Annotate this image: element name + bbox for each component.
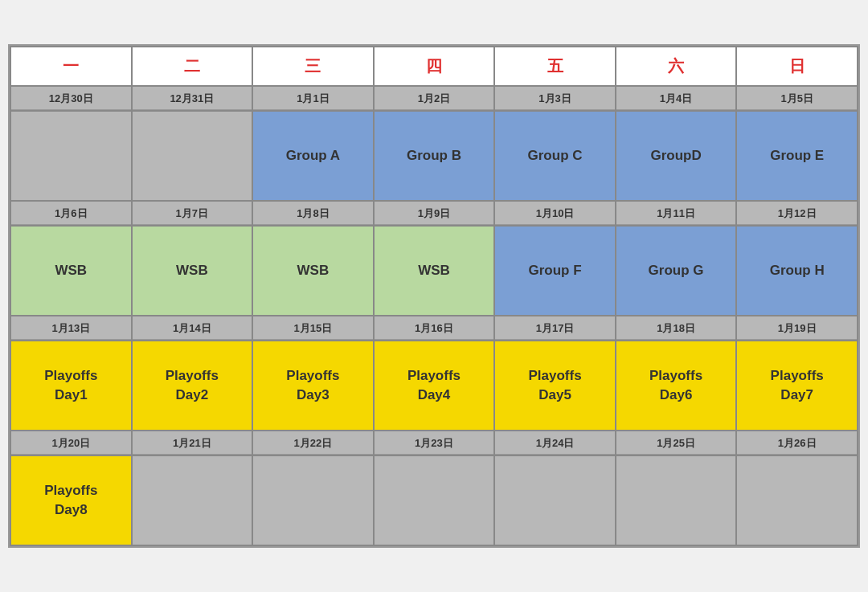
content-cell-r2-c4: PlayoffsDay5 bbox=[494, 341, 616, 431]
content-cell-r3-c0: PlayoffsDay8 bbox=[10, 455, 132, 545]
date-label-r0-c5: 1月4日 bbox=[616, 87, 736, 110]
date-label-r0-c0: 12月30日 bbox=[11, 87, 131, 110]
cell-content-r3-c0: PlayoffsDay8 bbox=[11, 456, 131, 545]
content-cell-r3-c4 bbox=[494, 455, 616, 545]
date-cell-r2-c0: 1月13日 bbox=[10, 316, 132, 341]
cell-content-r1-c1: WSB bbox=[133, 227, 252, 315]
date-cell-r1-c1: 1月7日 bbox=[132, 201, 253, 226]
cell-content-r3-c2 bbox=[253, 456, 373, 545]
date-label-r2-c1: 1月14日 bbox=[133, 316, 252, 340]
content-cell-r0-c3: Group B bbox=[374, 111, 495, 201]
cell-content-r2-c2: PlayoffsDay3 bbox=[253, 341, 373, 430]
cell-content-r2-c1: PlayoffsDay2 bbox=[133, 341, 252, 430]
date-label-r1-c6: 1月12日 bbox=[737, 202, 857, 225]
cell-content-r1-c5: Group G bbox=[616, 227, 736, 315]
date-cell-r2-c2: 1月15日 bbox=[252, 316, 374, 341]
date-label-r2-c6: 1月19日 bbox=[737, 316, 857, 340]
cell-content-r0-c2: Group A bbox=[253, 112, 373, 200]
cell-content-r3-c1 bbox=[133, 456, 252, 545]
content-cell-r2-c5: PlayoffsDay6 bbox=[616, 341, 737, 431]
cell-content-r3-c6 bbox=[737, 456, 857, 545]
date-cell-r3-c4: 1月24日 bbox=[494, 431, 616, 455]
date-label-r3-c6: 1月26日 bbox=[737, 431, 857, 455]
date-label-r2-c2: 1月15日 bbox=[253, 316, 373, 340]
date-label-r0-c3: 1月2日 bbox=[375, 87, 494, 110]
date-label-r3-c3: 1月23日 bbox=[375, 431, 494, 455]
date-label-r3-c1: 1月21日 bbox=[133, 431, 252, 455]
cell-content-r0-c5: GroupD bbox=[616, 112, 736, 200]
content-cell-r0-c0 bbox=[10, 111, 132, 201]
cell-content-r0-c4: Group C bbox=[495, 112, 615, 200]
date-label-r2-c3: 1月16日 bbox=[375, 316, 494, 340]
date-cell-r0-c5: 1月4日 bbox=[616, 86, 737, 111]
header-day-0: 一 bbox=[10, 47, 132, 86]
date-label-r3-c2: 1月22日 bbox=[253, 431, 373, 455]
date-label-r2-c4: 1月17日 bbox=[495, 316, 615, 340]
cell-content-r1-c0: WSB bbox=[11, 227, 131, 315]
date-label-r3-c5: 1月25日 bbox=[616, 431, 736, 455]
date-cell-r1-c2: 1月8日 bbox=[252, 201, 374, 226]
cell-content-r0-c1 bbox=[133, 112, 252, 200]
date-cell-r2-c3: 1月16日 bbox=[374, 316, 495, 341]
content-cell-r1-c2: WSB bbox=[252, 226, 374, 316]
content-cell-r2-c6: PlayoffsDay7 bbox=[736, 341, 858, 431]
header-day-2: 三 bbox=[252, 47, 374, 86]
date-label-r3-c4: 1月24日 bbox=[495, 431, 615, 455]
content-cell-r1-c1: WSB bbox=[132, 226, 253, 316]
cell-content-r1-c4: Group F bbox=[495, 227, 615, 315]
date-cell-r2-c4: 1月17日 bbox=[494, 316, 616, 341]
content-cell-r0-c2: Group A bbox=[252, 111, 374, 201]
date-cell-r3-c6: 1月26日 bbox=[736, 431, 858, 455]
date-label-r0-c2: 1月1日 bbox=[253, 87, 373, 110]
date-cell-r1-c3: 1月9日 bbox=[374, 201, 495, 226]
date-cell-r0-c1: 12月31日 bbox=[132, 86, 253, 111]
content-cell-r2-c1: PlayoffsDay2 bbox=[132, 341, 253, 431]
date-cell-r0-c3: 1月2日 bbox=[374, 86, 495, 111]
date-label-r0-c6: 1月5日 bbox=[737, 87, 857, 110]
date-cell-r0-c2: 1月1日 bbox=[252, 86, 374, 111]
date-cell-r0-c0: 12月30日 bbox=[10, 86, 132, 111]
header-day-3: 四 bbox=[374, 47, 495, 86]
cell-content-r3-c4 bbox=[495, 456, 615, 545]
content-cell-r3-c5 bbox=[616, 455, 737, 545]
date-label-r1-c2: 1月8日 bbox=[253, 202, 373, 225]
date-cell-r1-c5: 1月11日 bbox=[616, 201, 737, 226]
date-label-r1-c5: 1月11日 bbox=[616, 202, 736, 225]
cell-content-r2-c3: PlayoffsDay4 bbox=[375, 341, 494, 430]
date-cell-r2-c6: 1月19日 bbox=[736, 316, 858, 341]
date-cell-r0-c6: 1月5日 bbox=[736, 86, 858, 111]
header-day-1: 二 bbox=[132, 47, 253, 86]
cell-content-r1-c3: WSB bbox=[375, 227, 494, 315]
content-cell-r2-c0: PlayoffsDay1 bbox=[10, 341, 132, 431]
cell-content-r1-c2: WSB bbox=[253, 227, 373, 315]
cell-content-r3-c3 bbox=[375, 456, 494, 545]
date-cell-r3-c0: 1月20日 bbox=[10, 431, 132, 455]
date-label-r2-c5: 1月18日 bbox=[616, 316, 736, 340]
content-cell-r0-c6: Group E bbox=[736, 111, 858, 201]
date-cell-r3-c5: 1月25日 bbox=[616, 431, 737, 455]
date-cell-r2-c1: 1月14日 bbox=[132, 316, 253, 341]
cell-content-r2-c5: PlayoffsDay6 bbox=[616, 341, 736, 430]
header-day-4: 五 bbox=[494, 47, 616, 86]
content-cell-r0-c1 bbox=[132, 111, 253, 201]
date-label-r1-c4: 1月10日 bbox=[495, 202, 615, 225]
content-cell-r0-c4: Group C bbox=[494, 111, 616, 201]
header-day-5: 六 bbox=[616, 47, 737, 86]
date-label-r1-c1: 1月7日 bbox=[133, 202, 252, 225]
date-cell-r3-c1: 1月21日 bbox=[132, 431, 253, 455]
cell-content-r0-c0 bbox=[11, 112, 131, 200]
cell-content-r1-c6: Group H bbox=[737, 227, 857, 315]
date-cell-r2-c5: 1月18日 bbox=[616, 316, 737, 341]
date-cell-r0-c4: 1月3日 bbox=[494, 86, 616, 111]
date-label-r1-c3: 1月9日 bbox=[375, 202, 494, 225]
content-cell-r1-c0: WSB bbox=[10, 226, 132, 316]
content-cell-r0-c5: GroupD bbox=[616, 111, 737, 201]
date-label-r0-c4: 1月3日 bbox=[495, 87, 615, 110]
content-cell-r3-c2 bbox=[252, 455, 374, 545]
content-cell-r3-c3 bbox=[374, 455, 495, 545]
content-cell-r1-c3: WSB bbox=[374, 226, 495, 316]
date-label-r0-c1: 12月31日 bbox=[133, 87, 252, 110]
content-cell-r1-c4: Group F bbox=[494, 226, 616, 316]
content-cell-r1-c5: Group G bbox=[616, 226, 737, 316]
calendar: 一二三四五六日 12月30日12月31日1月1日1月2日1月3日1月4日1月5日… bbox=[8, 44, 860, 548]
